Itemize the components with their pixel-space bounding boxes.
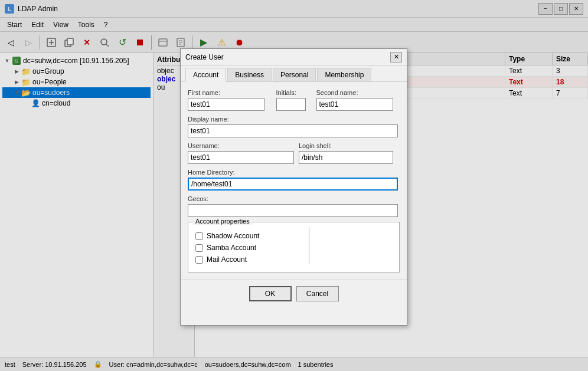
home-dir-label: Home Directory: bbox=[188, 169, 400, 176]
samba-account-row: Samba Account bbox=[195, 244, 392, 252]
first-name-label: First name: bbox=[188, 89, 272, 96]
login-shell-input[interactable] bbox=[299, 151, 393, 164]
display-name-label: Display name: bbox=[188, 116, 400, 123]
second-name-label: Second name: bbox=[316, 89, 400, 96]
initials-group: Initials: bbox=[276, 89, 312, 111]
dialog-tabs: Account Business Personal Membership bbox=[181, 65, 407, 82]
section-divider bbox=[309, 227, 309, 264]
shadow-account-checkbox[interactable] bbox=[195, 232, 203, 240]
name-row: First name: Initials: Second name: bbox=[188, 89, 400, 111]
shadow-account-row: Shadow Account bbox=[195, 232, 392, 240]
tab-membership[interactable]: Membership bbox=[317, 68, 371, 81]
tab-business[interactable]: Business bbox=[227, 68, 272, 81]
gecos-label: Gecos: bbox=[188, 195, 400, 202]
initials-input[interactable] bbox=[276, 98, 306, 111]
gecos-input[interactable] bbox=[188, 204, 398, 217]
account-properties: Account properties Shadow Account Samba … bbox=[188, 222, 400, 272]
tab-personal[interactable]: Personal bbox=[273, 68, 316, 81]
second-name-group: Second name: bbox=[316, 89, 400, 111]
dialog-title: Create User bbox=[185, 53, 390, 61]
mail-account-checkbox[interactable] bbox=[195, 256, 203, 264]
first-name-input[interactable] bbox=[188, 98, 264, 111]
samba-account-checkbox[interactable] bbox=[195, 244, 203, 252]
tab-account[interactable]: Account bbox=[185, 68, 226, 82]
ok-button[interactable]: OK bbox=[249, 286, 292, 301]
display-name-group: Display name: bbox=[188, 116, 400, 137]
cancel-button[interactable]: Cancel bbox=[296, 286, 339, 301]
dialog-titlebar: Create User ✕ bbox=[181, 49, 407, 65]
properties-title: Account properties bbox=[193, 218, 252, 225]
login-shell-group: Login shell: bbox=[299, 142, 400, 164]
shadow-account-label: Shadow Account bbox=[207, 232, 259, 240]
mail-account-row: Mail Account bbox=[195, 255, 392, 264]
home-dir-input[interactable] bbox=[188, 178, 398, 191]
samba-account-label: Samba Account bbox=[207, 244, 256, 252]
first-name-group: First name: bbox=[188, 89, 272, 111]
home-dir-group: Home Directory: bbox=[188, 169, 400, 191]
gecos-group: Gecos: bbox=[188, 195, 400, 217]
dialog-form: First name: Initials: Second name: Displ… bbox=[181, 82, 407, 280]
dialog-overlay: Create User ✕ Account Business Personal … bbox=[0, 0, 588, 371]
login-shell-label: Login shell: bbox=[299, 142, 400, 149]
username-group: Username: bbox=[188, 142, 294, 164]
username-input[interactable] bbox=[188, 151, 294, 164]
second-name-input[interactable] bbox=[316, 98, 393, 111]
initials-label: Initials: bbox=[276, 89, 312, 96]
username-row: Username: Login shell: bbox=[188, 142, 400, 164]
mail-account-label: Mail Account bbox=[207, 255, 247, 264]
display-name-input[interactable] bbox=[188, 124, 398, 137]
dialog-buttons: OK Cancel bbox=[181, 280, 407, 307]
dialog-close-button[interactable]: ✕ bbox=[390, 52, 402, 63]
create-user-dialog: Create User ✕ Account Business Personal … bbox=[180, 48, 407, 326]
username-label: Username: bbox=[188, 142, 294, 149]
